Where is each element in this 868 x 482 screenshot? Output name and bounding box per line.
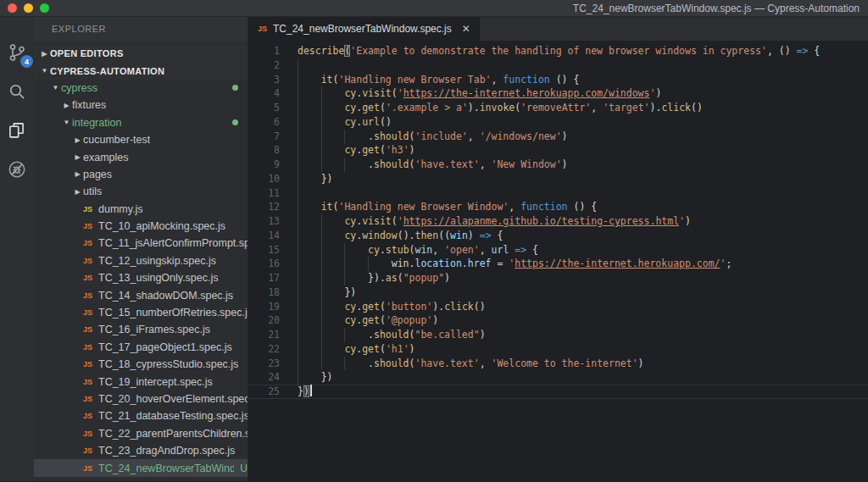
code-line-10[interactable]: 10}) <box>248 172 868 186</box>
code-token: (( <box>438 230 450 241</box>
code-line-14[interactable]: 14cy.window().then((win) => { <box>248 229 868 243</box>
code-line-23[interactable]: 23.should('have.text', 'Welcome to the-i… <box>248 357 868 371</box>
folder-label: fixtures <box>72 99 106 111</box>
chevron-down-icon[interactable]: ▼ <box>50 84 61 91</box>
code-line-12[interactable]: 12it('Handling new Browser Window', func… <box>248 200 868 214</box>
chevron-right-icon[interactable]: ▶ <box>72 188 83 196</box>
code-token: . <box>380 244 386 256</box>
tree-item-fixtures[interactable]: ▶fixtures <box>34 97 248 114</box>
code-line-13[interactable]: 13cy.visit('https://alapanme.github.io/t… <box>248 214 868 229</box>
tree-item-tc-17-pageobject1-spec-js[interactable]: JSTC_17_pageObject1.spec.js <box>34 339 248 356</box>
indent-guide <box>321 214 345 229</box>
line-number: 9 <box>248 158 280 172</box>
chevron-down-icon[interactable]: ▼ <box>39 67 50 75</box>
code-token: () <box>380 116 392 128</box>
code-line-16[interactable]: 16win.location.href = 'https://the-inter… <box>248 257 868 271</box>
sidebar: EXPLORER ▶OPEN EDITORS▼CYPRESS-AUTOMATIO… <box>34 17 248 481</box>
tree-item-tc-16-iframes-spec-js[interactable]: JSTC_16_iFrames.spec.js <box>34 321 248 338</box>
tree-item-tc-24-newbrowsertabwindo[interactable]: JSTC_24_newBrowserTabWindo..U <box>34 459 248 476</box>
code-line-25[interactable]: 25}) <box>248 385 868 399</box>
code-line-24[interactable]: 24}) <box>248 370 868 385</box>
code-line-2[interactable]: 2 <box>248 58 868 73</box>
tree-item-open-editors[interactable]: ▶OPEN EDITORS <box>34 45 248 62</box>
tree-item-cucumber-test[interactable]: ▶cucumber-test <box>34 131 248 148</box>
code-line-6[interactable]: 6cy.url() <box>248 115 868 130</box>
tree-item-tc-11-jsalertconfirmprompt-spe[interactable]: JSTC_11_jsAlertConfirmPrompt.spe... <box>34 235 248 252</box>
code-token: cy <box>344 116 356 128</box>
indent-guide <box>298 313 321 328</box>
line-content: cy.stub(win, 'open', url => { <box>298 243 868 258</box>
chevron-right-icon[interactable]: ▶ <box>61 102 72 109</box>
zoom-traffic-light[interactable] <box>40 3 49 13</box>
tree-item-tc-22-parentparentschildren-sp[interactable]: JSTC_22_parentParentsChildren.sp... <box>34 425 248 442</box>
tree-item-tc-15-numberofretries-spec-js[interactable]: JSTC_15_numberOfRetries.spec.js <box>34 304 248 321</box>
close-icon[interactable]: ✕ <box>462 23 470 35</box>
code-line-20[interactable]: 20cy.get('@popup') <box>248 313 868 328</box>
search-icon[interactable] <box>7 81 27 102</box>
code-line-18[interactable]: 18}) <box>248 285 868 300</box>
file-label: TC_13_usingOnly.spec.js <box>98 272 219 284</box>
tree-item-examples[interactable]: ▶examples <box>34 148 248 165</box>
tree-item-tc-21-databasetesting-spec-js[interactable]: JSTC_21_databaseTesting.spec.js <box>34 407 248 424</box>
code-line-21[interactable]: 21.should("be.called") <box>248 328 868 342</box>
code-line-8[interactable]: 8cy.get('h3') <box>248 143 868 158</box>
tree-item-tc-20-hoveroverelement-spec-js[interactable]: JSTC_20_hoverOverElement.spec.js <box>34 391 248 407</box>
minimize-traffic-light[interactable] <box>24 3 33 13</box>
chevron-right-icon[interactable]: ▶ <box>39 50 50 58</box>
code-token: cy <box>344 215 356 227</box>
indent-guide <box>298 271 321 285</box>
code-line-11[interactable]: 11 <box>248 186 868 201</box>
tree-item-tc-10-apimocking-spec-js[interactable]: JSTC_10_apiMocking.spec.js <box>34 218 248 235</box>
indent-guide <box>298 143 321 158</box>
line-content <box>298 58 868 73</box>
code-token: ( <box>392 87 398 99</box>
tree-item-tc-13-usingonly-spec-js[interactable]: JSTC_13_usingOnly.spec.js <box>34 269 248 286</box>
indent-guide <box>344 130 368 144</box>
tree-item-tc-14-shadowdom-spec-js[interactable]: JSTC_14_shadowDOM.spec.js <box>34 286 248 303</box>
tree-item-tc-12-usingskip-spec-js[interactable]: JSTC_12_usingskip.spec.js <box>34 252 248 269</box>
code-line-22[interactable]: 22cy.get('h1') <box>248 342 868 357</box>
code-line-17[interactable]: 17}).as("popup") <box>248 271 868 285</box>
tree-item-tc-19-intercept-spec-js[interactable]: JSTC_19_intercept.spec.js <box>34 373 248 390</box>
tree-item-tc-23-draganddrop-spec-js[interactable]: JSTC_23_dragAndDrop.spec.js <box>34 442 248 459</box>
code-line-19[interactable]: 19cy.get('button').click() <box>248 300 868 314</box>
code-token: visit <box>362 87 392 99</box>
code-token: ( <box>380 343 386 355</box>
code-line-7[interactable]: 7.should('include', '/windows/new') <box>248 130 868 144</box>
code-line-9[interactable]: 9.should('have.text', 'New Window') <box>248 158 868 172</box>
js-orange-icon: JS <box>83 360 98 368</box>
code-line-3[interactable]: 3it('Handling new Browser Tab', function… <box>248 73 868 87</box>
tree-item-integration[interactable]: ▼integration <box>34 114 248 131</box>
code-line-5[interactable]: 5cy.get('.example > a').invoke('removeAt… <box>248 101 868 115</box>
code-line-1[interactable]: 1describe('Example to demonstrate the ha… <box>248 44 868 58</box>
code-token: as <box>386 272 398 284</box>
tree-item-dummy-js[interactable]: JSdummy.js <box>34 201 248 218</box>
code-area[interactable]: 1describe('Example to demonstrate the ha… <box>248 41 868 481</box>
indent-guide <box>368 257 392 271</box>
chevron-right-icon[interactable]: ▶ <box>72 153 83 161</box>
tree-item-cypress-automation[interactable]: ▼CYPRESS-AUTOMATION <box>34 62 248 79</box>
code-line-15[interactable]: 15cy.stub(win, 'open', url => { <box>248 243 868 258</box>
code-token: cy <box>344 102 356 114</box>
chevron-down-icon[interactable]: ▼ <box>61 119 72 126</box>
close-traffic-light[interactable] <box>8 3 17 13</box>
chevron-right-icon[interactable]: ▶ <box>72 136 83 144</box>
tree-item-cypress[interactable]: ▼cypress <box>34 80 248 97</box>
tree-item-pages[interactable]: ▶pages <box>34 166 248 183</box>
code-token: visit <box>362 215 392 227</box>
code-token: . <box>368 329 374 341</box>
section-label: CYPRESS-AUTOMATION <box>50 66 164 76</box>
code-token: should <box>374 357 409 369</box>
code-token: ). <box>650 102 662 114</box>
source-control-icon[interactable]: 4 <box>7 42 27 63</box>
code-line-4[interactable]: 4cy.visit('https://the-internet.herokuap… <box>248 86 868 101</box>
chevron-right-icon[interactable]: ▶ <box>72 170 83 178</box>
code-token: url <box>492 244 509 256</box>
line-number: 16 <box>248 257 280 271</box>
code-token: , <box>432 244 444 256</box>
tree-item-tc-18-cypressstudio-spec-js[interactable]: JSTC_18_cypressStudio.spec.js <box>34 356 248 373</box>
tree-item-utils[interactable]: ▶utils <box>34 183 248 200</box>
no-bugs-icon[interactable] <box>7 159 27 180</box>
tab-tc24-spec[interactable]: JS TC_24_newBrowserTabWindow.spec.js ✕ <box>248 17 480 41</box>
files-icon[interactable] <box>7 120 27 141</box>
